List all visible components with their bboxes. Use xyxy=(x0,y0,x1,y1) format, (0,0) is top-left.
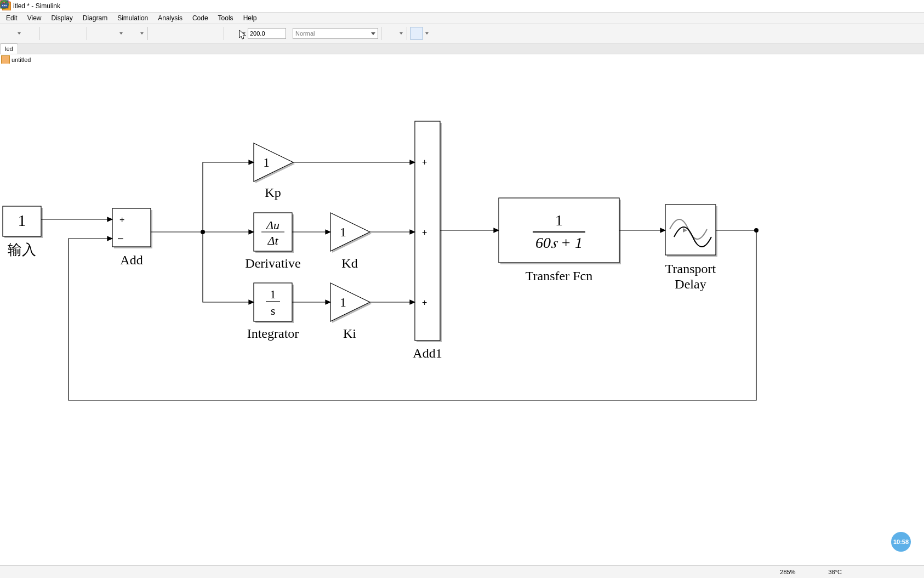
back-button[interactable] xyxy=(42,27,55,40)
integ-den: s xyxy=(271,304,276,318)
add-sign-plus: + xyxy=(119,215,124,224)
block-transfer-fcn[interactable]: 1 60𝑠 + 1 Transfer Fcn xyxy=(499,198,621,283)
svg-marker-32 xyxy=(330,213,370,251)
clock-badge-text: 10:58 xyxy=(893,539,909,545)
tf-den: 60𝑠 + 1 xyxy=(535,234,583,251)
svg-marker-37 xyxy=(330,283,370,321)
up-button[interactable] xyxy=(71,27,84,40)
wire-junction-kp xyxy=(203,162,254,232)
wire-feedback xyxy=(69,230,756,400)
status-zoom: 285% xyxy=(780,569,795,575)
model-config-dropdown[interactable] xyxy=(118,27,124,39)
separator xyxy=(224,27,224,40)
integ-num: 1 xyxy=(270,287,276,301)
tab-strip: led xyxy=(0,43,924,54)
block-add1[interactable]: + + + Add1 xyxy=(413,121,442,360)
deriv-label: Derivative xyxy=(245,256,300,270)
menu-help[interactable]: Help xyxy=(238,13,262,23)
toolbar: 200.0 Normal xyxy=(0,24,924,43)
separator xyxy=(39,27,39,40)
menu-view[interactable]: View xyxy=(22,13,47,23)
block-integrator[interactable]: 1 s Integrator xyxy=(247,283,299,341)
simulation-mode-value: Normal xyxy=(295,30,315,37)
block-kd[interactable]: 1 Kd xyxy=(330,213,372,270)
model-explorer-dropdown[interactable] xyxy=(139,27,145,39)
deriv-den: Δt xyxy=(267,234,278,247)
run-button[interactable] xyxy=(179,27,192,40)
kd-label: Kd xyxy=(341,256,357,270)
svg-rect-44 xyxy=(665,205,716,255)
add1-label: Add1 xyxy=(413,346,442,360)
separator xyxy=(381,27,381,40)
integ-label: Integrator xyxy=(247,326,299,341)
breadcrumb-model[interactable]: untitled xyxy=(12,56,31,63)
svg-point-19 xyxy=(2,5,3,6)
library-browser-button[interactable] xyxy=(90,27,103,40)
block-kp[interactable]: 1 Kp xyxy=(254,143,295,200)
stop-time-input[interactable]: 200.0 xyxy=(248,28,286,39)
window-title: itled * - Simulink xyxy=(13,2,60,10)
tab-model[interactable]: led xyxy=(0,43,18,54)
build-button[interactable] xyxy=(410,27,423,40)
ki-label: Ki xyxy=(343,326,356,341)
stop-button[interactable] xyxy=(208,27,221,40)
clock-badge: 10:58 xyxy=(891,532,911,552)
menu-bar: Edit View Display Diagram Simulation Ana… xyxy=(0,13,924,24)
delay-label-1: Transport xyxy=(665,262,716,276)
add1-sign-3: + xyxy=(422,298,427,307)
step-forward-button[interactable] xyxy=(193,27,207,40)
block-input-value: 1 xyxy=(18,211,26,229)
menu-display[interactable]: Display xyxy=(46,13,77,23)
kp-label: Kp xyxy=(265,185,281,200)
fast-restart-dropdown[interactable] xyxy=(398,27,404,39)
data-inspector-dropdown[interactable] xyxy=(241,27,247,39)
tf-label: Transfer Fcn xyxy=(526,269,592,283)
model-explorer-button[interactable] xyxy=(125,27,138,40)
kd-gain-value: 1 xyxy=(340,225,346,239)
block-transport-delay[interactable]: Transport Delay xyxy=(665,205,717,291)
svg-point-20 xyxy=(4,5,5,6)
separator xyxy=(147,27,148,40)
menu-analysis[interactable]: Analysis xyxy=(153,13,187,23)
model-canvas[interactable]: 1 输入 + − Add 1 Kp Δu Δt Derivative 1 Kd … xyxy=(0,64,924,563)
title-bar: itled * - Simulink xyxy=(0,0,924,13)
model-icon xyxy=(1,55,10,64)
svg-rect-39 xyxy=(415,121,440,341)
block-input[interactable]: 1 输入 xyxy=(3,206,43,258)
menu-simulation[interactable]: Simulation xyxy=(112,13,153,23)
tab-label: led xyxy=(5,46,13,52)
block-ki[interactable]: 1 Ki xyxy=(330,283,372,341)
block-add[interactable]: + − Add xyxy=(112,208,152,267)
add1-sign-1: + xyxy=(422,157,427,167)
ki-gain-value: 1 xyxy=(340,295,346,309)
svg-point-21 xyxy=(5,5,7,6)
deriv-num: Δu xyxy=(266,218,280,232)
build-dropdown[interactable] xyxy=(424,27,430,39)
menu-tools[interactable]: Tools xyxy=(213,13,238,23)
add1-sign-2: + xyxy=(422,228,427,237)
svg-marker-27 xyxy=(254,143,293,182)
menu-diagram[interactable]: Diagram xyxy=(78,13,112,23)
fast-restart-button[interactable] xyxy=(384,27,397,40)
status-bar: 285% 38°C xyxy=(0,565,924,578)
separator xyxy=(87,27,87,40)
stop-time-value: 200.0 xyxy=(250,30,265,37)
save-button[interactable] xyxy=(23,27,36,40)
open-dropdown[interactable] xyxy=(16,27,22,39)
menu-edit[interactable]: Edit xyxy=(1,13,22,23)
diagram-svg: 1 输入 + − Add 1 Kp Δu Δt Derivative 1 Kd … xyxy=(0,64,924,563)
update-diagram-button[interactable] xyxy=(151,27,164,40)
model-config-button[interactable] xyxy=(104,27,117,40)
delay-label-2: Delay xyxy=(675,277,706,291)
forward-button[interactable] xyxy=(56,27,70,40)
add-sign-minus: − xyxy=(117,233,124,245)
svg-rect-41 xyxy=(499,198,619,263)
block-derivative[interactable]: Δu Δt Derivative xyxy=(245,213,300,270)
data-inspector-button[interactable] xyxy=(227,27,240,40)
simulation-mode-select[interactable]: Normal xyxy=(293,28,378,39)
open-button[interactable] xyxy=(2,27,15,40)
separator xyxy=(407,27,407,40)
block-input-label: 输入 xyxy=(8,242,36,258)
menu-code[interactable]: Code xyxy=(187,13,213,23)
step-back-button[interactable] xyxy=(165,27,178,40)
